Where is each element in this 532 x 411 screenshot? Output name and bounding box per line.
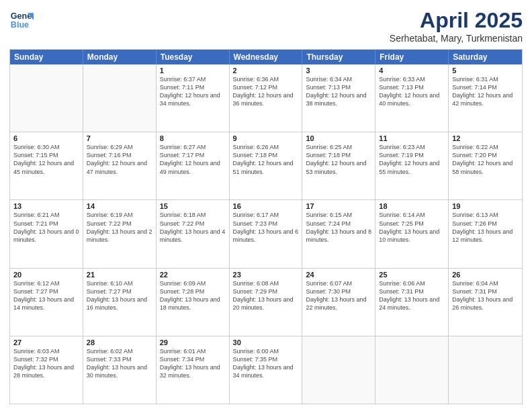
cell-r0-c0 bbox=[10, 64, 83, 132]
header-saturday: Saturday bbox=[449, 50, 522, 64]
cell-info-r0-c2: Sunrise: 6:37 AM Sunset: 7:11 PM Dayligh… bbox=[160, 75, 226, 108]
cell-info-r2-c0: Sunrise: 6:21 AM Sunset: 7:21 PM Dayligh… bbox=[13, 211, 79, 244]
cell-r0-c5: 4Sunrise: 6:33 AM Sunset: 7:13 PM Daylig… bbox=[375, 64, 449, 132]
cell-r2-c2: 15Sunrise: 6:18 AM Sunset: 7:22 PM Dayli… bbox=[157, 200, 230, 267]
cell-r1-c0: 6Sunrise: 6:30 AM Sunset: 7:15 PM Daylig… bbox=[10, 132, 83, 199]
cell-date-r0-c2: 1 bbox=[160, 66, 226, 75]
header-thursday: Thursday bbox=[302, 50, 375, 64]
cell-info-r2-c5: Sunrise: 6:14 AM Sunset: 7:25 PM Dayligh… bbox=[379, 211, 445, 244]
cell-r4-c4 bbox=[302, 336, 375, 404]
cell-date-r0-c6: 5 bbox=[452, 66, 519, 75]
cell-info-r3-c4: Sunrise: 6:07 AM Sunset: 7:30 PM Dayligh… bbox=[306, 279, 371, 312]
cell-r3-c4: 24Sunrise: 6:07 AM Sunset: 7:30 PM Dayli… bbox=[302, 269, 375, 336]
cell-date-r1-c2: 8 bbox=[160, 134, 226, 142]
cell-info-r2-c2: Sunrise: 6:18 AM Sunset: 7:22 PM Dayligh… bbox=[160, 211, 226, 244]
cell-r0-c1 bbox=[83, 64, 157, 132]
month-title: April 2025 bbox=[390, 8, 523, 33]
cell-date-r1-c5: 11 bbox=[379, 134, 445, 142]
cell-date-r3-c5: 25 bbox=[379, 271, 445, 279]
calendar-row-3: 20Sunrise: 6:12 AM Sunset: 7:27 PM Dayli… bbox=[10, 269, 522, 336]
cell-info-r4-c0: Sunrise: 6:03 AM Sunset: 7:32 PM Dayligh… bbox=[13, 347, 79, 380]
cell-r3-c3: 23Sunrise: 6:08 AM Sunset: 7:29 PM Dayli… bbox=[230, 269, 303, 336]
cell-date-r2-c4: 17 bbox=[306, 202, 371, 210]
cell-info-r0-c6: Sunrise: 6:31 AM Sunset: 7:14 PM Dayligh… bbox=[452, 75, 519, 108]
cell-r4-c6 bbox=[449, 336, 522, 404]
cell-info-r3-c1: Sunrise: 6:10 AM Sunset: 7:27 PM Dayligh… bbox=[87, 279, 152, 312]
calendar-row-4: 27Sunrise: 6:03 AM Sunset: 7:32 PM Dayli… bbox=[10, 336, 522, 404]
cell-r1-c5: 11Sunrise: 6:23 AM Sunset: 7:19 PM Dayli… bbox=[375, 132, 449, 199]
title-block: April 2025 Serhetabat, Mary, Turkmenista… bbox=[390, 8, 523, 44]
calendar-row-1: 6Sunrise: 6:30 AM Sunset: 7:15 PM Daylig… bbox=[10, 132, 522, 200]
cell-date-r1-c0: 6 bbox=[13, 134, 79, 142]
cell-info-r2-c1: Sunrise: 6:19 AM Sunset: 7:22 PM Dayligh… bbox=[87, 211, 152, 244]
cell-info-r1-c3: Sunrise: 6:26 AM Sunset: 7:18 PM Dayligh… bbox=[233, 143, 299, 176]
subtitle: Serhetabat, Mary, Turkmenistan bbox=[390, 33, 523, 44]
cell-date-r3-c0: 20 bbox=[13, 271, 79, 279]
cell-r1-c1: 7Sunrise: 6:29 AM Sunset: 7:16 PM Daylig… bbox=[83, 132, 157, 199]
cell-r0-c2: 1Sunrise: 6:37 AM Sunset: 7:11 PM Daylig… bbox=[157, 64, 230, 132]
cell-info-r2-c3: Sunrise: 6:17 AM Sunset: 7:23 PM Dayligh… bbox=[233, 211, 299, 244]
cell-r2-c0: 13Sunrise: 6:21 AM Sunset: 7:21 PM Dayli… bbox=[10, 200, 83, 267]
header-friday: Friday bbox=[375, 50, 449, 64]
cell-date-r1-c1: 7 bbox=[87, 134, 152, 142]
cell-info-r2-c6: Sunrise: 6:13 AM Sunset: 7:26 PM Dayligh… bbox=[452, 211, 519, 244]
cell-info-r0-c5: Sunrise: 6:33 AM Sunset: 7:13 PM Dayligh… bbox=[379, 75, 445, 108]
calendar-body: 1Sunrise: 6:37 AM Sunset: 7:11 PM Daylig… bbox=[10, 64, 522, 404]
cell-date-r3-c4: 24 bbox=[306, 271, 371, 279]
header-tuesday: Tuesday bbox=[157, 50, 230, 64]
cell-r1-c6: 12Sunrise: 6:22 AM Sunset: 7:20 PM Dayli… bbox=[449, 132, 522, 199]
cell-date-r0-c4: 3 bbox=[306, 66, 371, 75]
cell-date-r2-c0: 13 bbox=[13, 202, 79, 210]
cell-info-r1-c2: Sunrise: 6:27 AM Sunset: 7:17 PM Dayligh… bbox=[160, 143, 226, 176]
cell-info-r1-c5: Sunrise: 6:23 AM Sunset: 7:19 PM Dayligh… bbox=[379, 143, 445, 176]
cell-info-r4-c3: Sunrise: 6:00 AM Sunset: 7:35 PM Dayligh… bbox=[233, 347, 299, 380]
cell-date-r1-c3: 9 bbox=[233, 134, 299, 142]
calendar-row-0: 1Sunrise: 6:37 AM Sunset: 7:11 PM Daylig… bbox=[10, 64, 522, 132]
cell-info-r3-c5: Sunrise: 6:06 AM Sunset: 7:31 PM Dayligh… bbox=[379, 279, 445, 312]
header: General Blue April 2025 Serhetabat, Mary… bbox=[9, 8, 523, 44]
cell-r4-c3: 30Sunrise: 6:00 AM Sunset: 7:35 PM Dayli… bbox=[230, 336, 303, 404]
cell-r1-c3: 9Sunrise: 6:26 AM Sunset: 7:18 PM Daylig… bbox=[230, 132, 303, 199]
header-monday: Monday bbox=[83, 50, 157, 64]
cell-r3-c2: 22Sunrise: 6:09 AM Sunset: 7:28 PM Dayli… bbox=[157, 269, 230, 336]
cell-date-r4-c0: 27 bbox=[13, 338, 79, 347]
cell-date-r3-c3: 23 bbox=[233, 271, 299, 279]
cell-date-r2-c6: 19 bbox=[452, 202, 519, 210]
cell-date-r4-c3: 30 bbox=[233, 338, 299, 347]
cell-r4-c1: 28Sunrise: 6:02 AM Sunset: 7:33 PM Dayli… bbox=[83, 336, 157, 404]
cell-r4-c0: 27Sunrise: 6:03 AM Sunset: 7:32 PM Dayli… bbox=[10, 336, 83, 404]
cell-info-r4-c2: Sunrise: 6:01 AM Sunset: 7:34 PM Dayligh… bbox=[160, 347, 226, 380]
cell-r0-c4: 3Sunrise: 6:34 AM Sunset: 7:13 PM Daylig… bbox=[302, 64, 375, 132]
cell-r0-c6: 5Sunrise: 6:31 AM Sunset: 7:14 PM Daylig… bbox=[449, 64, 522, 132]
cell-info-r1-c1: Sunrise: 6:29 AM Sunset: 7:16 PM Dayligh… bbox=[87, 143, 152, 176]
cell-info-r3-c3: Sunrise: 6:08 AM Sunset: 7:29 PM Dayligh… bbox=[233, 279, 299, 312]
cell-info-r3-c0: Sunrise: 6:12 AM Sunset: 7:27 PM Dayligh… bbox=[13, 279, 79, 312]
cell-date-r4-c2: 29 bbox=[160, 338, 226, 347]
cell-info-r3-c6: Sunrise: 6:04 AM Sunset: 7:31 PM Dayligh… bbox=[452, 279, 519, 312]
cell-date-r1-c6: 12 bbox=[452, 134, 519, 142]
header-sunday: Sunday bbox=[10, 50, 83, 64]
logo-icon: General Blue bbox=[9, 8, 34, 32]
calendar-row-2: 13Sunrise: 6:21 AM Sunset: 7:21 PM Dayli… bbox=[10, 200, 522, 268]
cell-info-r1-c4: Sunrise: 6:25 AM Sunset: 7:18 PM Dayligh… bbox=[306, 143, 371, 176]
cell-info-r0-c3: Sunrise: 6:36 AM Sunset: 7:12 PM Dayligh… bbox=[233, 75, 299, 108]
cell-info-r0-c4: Sunrise: 6:34 AM Sunset: 7:13 PM Dayligh… bbox=[306, 75, 371, 108]
cell-date-r3-c2: 22 bbox=[160, 271, 226, 279]
cell-r2-c3: 16Sunrise: 6:17 AM Sunset: 7:23 PM Dayli… bbox=[230, 200, 303, 267]
calendar: Sunday Monday Tuesday Wednesday Thursday… bbox=[9, 49, 523, 404]
page: General Blue April 2025 Serhetabat, Mary… bbox=[0, 0, 532, 411]
cell-r4-c5 bbox=[375, 336, 449, 404]
cell-date-r0-c5: 4 bbox=[379, 66, 445, 75]
svg-text:Blue: Blue bbox=[11, 20, 29, 30]
cell-date-r3-c6: 26 bbox=[452, 271, 519, 279]
cell-info-r3-c2: Sunrise: 6:09 AM Sunset: 7:28 PM Dayligh… bbox=[160, 279, 226, 312]
cell-r2-c4: 17Sunrise: 6:15 AM Sunset: 7:24 PM Dayli… bbox=[302, 200, 375, 267]
cell-r3-c6: 26Sunrise: 6:04 AM Sunset: 7:31 PM Dayli… bbox=[449, 269, 522, 336]
cell-date-r2-c2: 15 bbox=[160, 202, 226, 210]
header-wednesday: Wednesday bbox=[230, 50, 303, 64]
cell-r2-c5: 18Sunrise: 6:14 AM Sunset: 7:25 PM Dayli… bbox=[375, 200, 449, 267]
cell-r3-c5: 25Sunrise: 6:06 AM Sunset: 7:31 PM Dayli… bbox=[375, 269, 449, 336]
cell-r3-c0: 20Sunrise: 6:12 AM Sunset: 7:27 PM Dayli… bbox=[10, 269, 83, 336]
cell-r3-c1: 21Sunrise: 6:10 AM Sunset: 7:27 PM Dayli… bbox=[83, 269, 157, 336]
cell-info-r2-c4: Sunrise: 6:15 AM Sunset: 7:24 PM Dayligh… bbox=[306, 211, 371, 244]
